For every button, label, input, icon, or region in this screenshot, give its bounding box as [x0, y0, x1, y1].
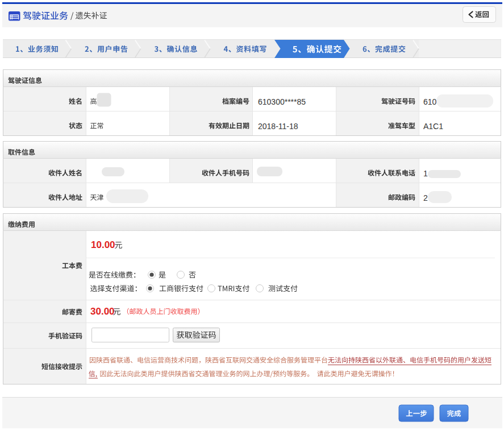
svg-text:A1C1: A1C1	[423, 122, 443, 131]
svg-text:610: 610	[423, 97, 437, 106]
svg-text:1: 1	[423, 169, 428, 178]
svg-text:2018-11-18: 2018-11-18	[258, 122, 298, 131]
svg-text:2: 2	[423, 193, 428, 202]
svg-text:610300****85: 610300****85	[258, 97, 306, 106]
svg-text:10.00: 10.00	[91, 239, 115, 250]
svg-text:30.00: 30.00	[90, 306, 115, 317]
